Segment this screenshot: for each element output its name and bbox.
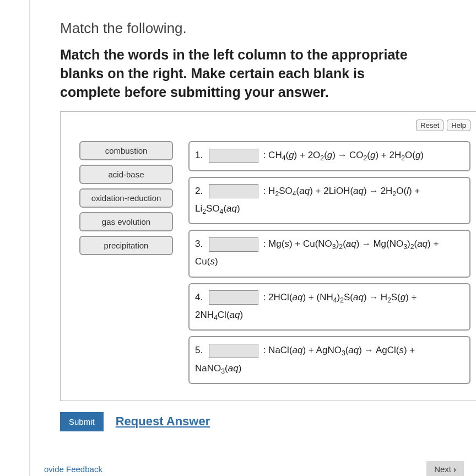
- eq-num: 4.: [195, 292, 203, 302]
- chevron-right-icon: ›: [453, 464, 456, 474]
- submit-button[interactable]: Submit: [60, 412, 104, 431]
- tag-precipitation[interactable]: precipitation: [79, 236, 173, 255]
- tag-combustion[interactable]: combustion: [79, 141, 173, 160]
- blank-3[interactable]: [209, 237, 258, 252]
- help-button[interactable]: Help: [447, 120, 470, 131]
- tag-oxidation-reduction[interactable]: oxidation-reduction: [79, 188, 173, 208]
- equation-3: 3. : Mg(s) + Cu(NO3)2(aq)→Mg(NO3)2(aq) +…: [188, 230, 470, 278]
- eq-num: 2.: [195, 186, 203, 196]
- tag-column: combustion acid-base oxidation-reduction…: [79, 141, 173, 384]
- next-label: Next: [434, 464, 451, 474]
- next-button[interactable]: Next ›: [426, 461, 464, 477]
- blank-2[interactable]: [209, 184, 258, 198]
- tag-gas-evolution[interactable]: gas evolution: [79, 212, 173, 231]
- tag-acid-base[interactable]: acid-base: [79, 165, 173, 184]
- question-instruction: Match the words in the left column to th…: [60, 46, 410, 101]
- eq-text: : CH4(g) + 2O2(g)→CO2(g) + 2H2O(g): [263, 150, 424, 160]
- blank-4[interactable]: [209, 290, 258, 305]
- equation-5: 5. : NaCl(aq) + AgNO3(aq)→AgCl(s) + NaNO…: [188, 336, 470, 384]
- question-title: Match the following.: [60, 20, 476, 37]
- blank-1[interactable]: [209, 149, 258, 163]
- eq-num: 1.: [195, 150, 203, 160]
- equation-1: 1. : CH4(g) + 2O2(g)→CO2(g) + 2H2O(g): [188, 141, 470, 171]
- equation-column: 1. : CH4(g) + 2O2(g)→CO2(g) + 2H2O(g) 2.…: [188, 141, 470, 384]
- eq-num: 3.: [195, 239, 203, 249]
- equation-2: 2. : H2SO4(aq) + 2LiOH(aq)→2H2O(l) + Li2…: [188, 177, 470, 225]
- eq-num: 5.: [195, 345, 203, 355]
- equation-4: 4. : 2HCl(aq) + (NH4)2S(aq)→H2S(g) + 2NH…: [188, 283, 470, 331]
- match-container: Reset Help combustion acid-base oxidatio…: [60, 111, 476, 401]
- request-answer-link[interactable]: Request Answer: [116, 414, 210, 429]
- provide-feedback-link[interactable]: ovide Feedback: [44, 464, 102, 474]
- blank-5[interactable]: [209, 344, 258, 358]
- reset-button[interactable]: Reset: [416, 120, 443, 131]
